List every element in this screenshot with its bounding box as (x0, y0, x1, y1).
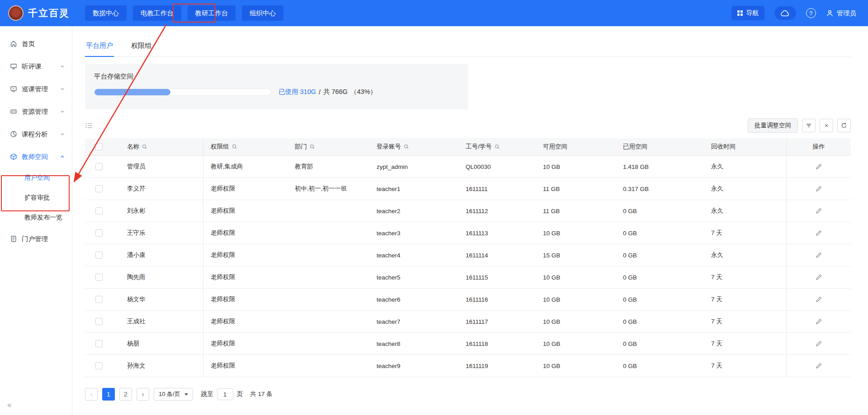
tab-permission-groups[interactable]: 权限组 (130, 42, 152, 56)
cell-id: 1611111 (458, 178, 536, 200)
help-icon: ? (809, 10, 812, 17)
edit-icon[interactable] (815, 252, 822, 259)
grid-icon (737, 10, 743, 16)
select-all-checkbox[interactable] (95, 143, 103, 150)
pie-chart-icon (10, 131, 17, 138)
cell-group: 老师权限 (203, 200, 288, 222)
sidebar-item-label: 门户管理 (22, 235, 48, 243)
cell-recycle: 永久 (704, 178, 786, 200)
table-body: 管理员 教研,集成商 教育部 zypt_admin QL00030 10 GB … (85, 156, 851, 377)
filter-icon (806, 122, 812, 129)
nav-research-workbench[interactable]: 教研工作台 (188, 5, 236, 21)
cell-used: 0 GB (616, 200, 704, 222)
cell-group: 老师权限 (203, 244, 288, 266)
cell-account: teacher6 (369, 289, 458, 310)
edit-icon[interactable] (815, 229, 822, 237)
admin-menu[interactable]: 管理员 (826, 9, 857, 18)
cell-id: 1611113 (458, 222, 536, 244)
table-row: 王守乐 老师权限 teacher3 1611113 10 GB 0 GB 7 天 (85, 222, 851, 244)
header-group[interactable]: 权限组 (203, 138, 288, 155)
cell-account: teacher5 (369, 266, 458, 288)
row-checkbox[interactable] (95, 185, 103, 192)
row-checkbox[interactable] (95, 318, 103, 325)
page-size-select[interactable]: 10 条/页 (154, 388, 193, 401)
row-checkbox[interactable] (95, 229, 103, 237)
pagination: ‹ 1 2 › 10 条/页 跳至 页 共 17 条 (85, 388, 868, 401)
edit-icon[interactable] (815, 296, 822, 303)
header-dept[interactable]: 部门 (288, 138, 369, 155)
cell-recycle: 7 天 (704, 355, 786, 377)
storage-progress-fill (94, 89, 170, 95)
document-icon (10, 235, 17, 242)
cell-dept (288, 289, 369, 310)
cell-name: 杨文华 (120, 289, 203, 310)
row-checkbox[interactable] (95, 362, 103, 369)
nav-data-center[interactable]: 数据中心 (85, 5, 127, 21)
cell-recycle: 7 天 (704, 333, 786, 354)
refresh-button[interactable] (837, 119, 851, 132)
sidebar-item-patrol-mgmt[interactable]: 巡课管理 (0, 78, 72, 100)
filter-button[interactable] (802, 119, 816, 132)
search-icon[interactable] (495, 144, 500, 149)
cell-used: 1.418 GB (616, 156, 704, 177)
sidebar-item-portal-mgmt[interactable]: 门户管理 (0, 228, 72, 250)
header-id[interactable]: 工号/学号 (458, 138, 536, 155)
page-2-button[interactable]: 2 (119, 388, 132, 401)
header-account[interactable]: 登录账号 (369, 138, 458, 155)
search-icon[interactable] (232, 144, 237, 149)
jump-page-input[interactable] (217, 388, 233, 400)
search-icon[interactable] (310, 144, 315, 149)
sidebar-item-resource-mgmt[interactable]: 资源管理 (0, 100, 72, 123)
row-checkbox[interactable] (95, 340, 103, 347)
edit-icon[interactable] (815, 185, 822, 192)
search-icon[interactable] (404, 144, 409, 149)
nav-shortcut-button[interactable]: 导航 (731, 6, 764, 20)
table-row: 潘小康 老师权限 teacher4 1611114 15 GB 0 GB 永久 (85, 244, 851, 266)
cell-available: 15 GB (536, 244, 616, 266)
edit-icon[interactable] (815, 318, 822, 325)
sidebar-subitem-user-space[interactable]: 用户空间 (0, 168, 72, 188)
sidebar-item-teacher-space[interactable]: 教师空间 (0, 145, 72, 168)
cell-name: 杨朋 (120, 333, 203, 354)
cell-used: 0 GB (616, 289, 704, 310)
header-action: 操作 (786, 138, 851, 155)
edit-icon[interactable] (815, 340, 822, 347)
cloud-button[interactable] (774, 6, 796, 20)
row-checkbox[interactable] (95, 163, 103, 170)
row-checkbox[interactable] (95, 274, 103, 281)
edit-icon[interactable] (815, 207, 822, 214)
help-button[interactable]: ? (806, 8, 816, 18)
edit-icon[interactable] (815, 163, 822, 170)
edit-icon[interactable] (815, 274, 822, 281)
edit-icon[interactable] (815, 362, 822, 369)
row-checkbox[interactable] (95, 207, 103, 214)
list-view-icon[interactable] (85, 121, 93, 130)
jump-suffix-label: 页 (237, 390, 243, 398)
table-header: 名称 权限组 部门 登录账号 (85, 138, 851, 156)
nav-eteach-workbench[interactable]: 电教工作台 (133, 5, 181, 21)
sidebar-collapse-button[interactable]: « (7, 401, 11, 410)
row-checkbox[interactable] (95, 252, 103, 259)
sidebar-item-home[interactable]: 首页 (0, 33, 72, 55)
cell-id: 1611119 (458, 355, 536, 377)
tab-platform-users[interactable]: 平台用户 (85, 42, 114, 57)
sidebar-subitem-expand-approval[interactable]: 扩容审批 (0, 188, 72, 208)
nav-org-center[interactable]: 组织中心 (242, 5, 283, 21)
sidebar-item-course-analysis[interactable]: 课程分析 (0, 123, 72, 145)
next-page-button[interactable]: › (137, 388, 149, 401)
page-1-button[interactable]: 1 (102, 388, 115, 401)
row-checkbox[interactable] (95, 296, 103, 303)
batch-adjust-button[interactable]: 批量调整空间 (748, 118, 798, 133)
prev-page-button[interactable]: ‹ (85, 388, 98, 401)
cell-used: 0 GB (616, 333, 704, 354)
cell-available: 10 GB (536, 311, 616, 332)
sidebar-item-listen-course[interactable]: 听评课 (0, 55, 72, 78)
search-icon[interactable] (142, 144, 147, 149)
cell-name: 潘小康 (120, 244, 203, 266)
tab-bar: 平台用户 权限组 (85, 26, 851, 57)
header-name[interactable]: 名称 (120, 138, 203, 155)
sidebar-subitem-teacher-publish[interactable]: 教师发布一览 (0, 208, 72, 228)
storage-used-label: 已使用 310G (278, 88, 316, 96)
clear-filter-button[interactable]: × (820, 119, 833, 132)
cell-available: 10 GB (536, 156, 616, 177)
